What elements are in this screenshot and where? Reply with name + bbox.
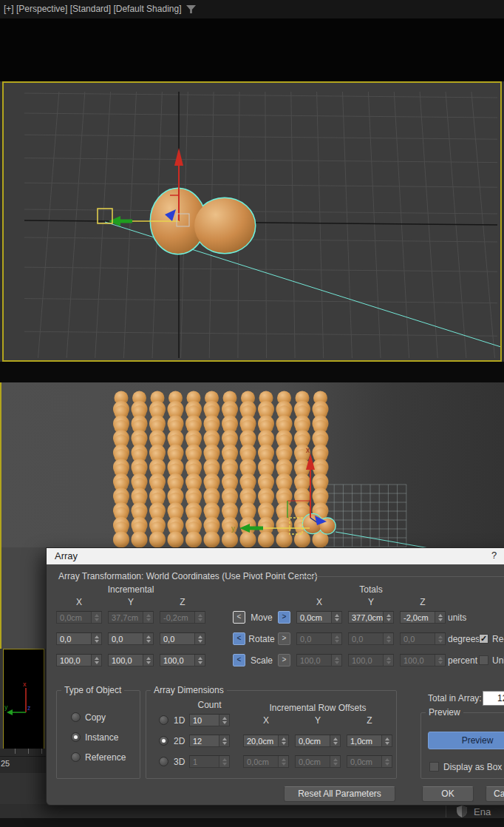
rotate-label: Rotate bbox=[247, 634, 276, 644]
status-bar: Ena bbox=[0, 804, 504, 827]
field-spinner[interactable] bbox=[330, 756, 340, 767]
field-spinner[interactable] bbox=[435, 633, 445, 644]
field-spinner[interactable] bbox=[383, 633, 393, 644]
viewport-label[interactable]: [+] [Perspective] [Standard] [Default Sh… bbox=[4, 4, 181, 14]
tot-rotate-x-field: 0,0 bbox=[296, 632, 342, 645]
2d-label[interactable]: 2D bbox=[174, 736, 185, 746]
scale-totals-toggle[interactable]: > bbox=[278, 654, 290, 666]
help-icon[interactable]: ? bbox=[491, 550, 497, 561]
3d-label[interactable]: 3D bbox=[174, 757, 185, 767]
field-spinner[interactable] bbox=[91, 612, 101, 623]
incr-rotate-z-field[interactable]: 0,0 bbox=[160, 632, 205, 645]
display-as-box-label: Display as Box bbox=[443, 762, 502, 772]
status-separator bbox=[446, 806, 446, 817]
total-in-array-label: Total in Array: bbox=[428, 693, 482, 703]
reset-all-parameters-button[interactable]: Reset All Parameters bbox=[284, 786, 395, 802]
display-as-box-checkbox[interactable]: ✓ bbox=[429, 762, 439, 772]
rotate-incremental-toggle[interactable]: < bbox=[233, 632, 245, 645]
field-spinner[interactable] bbox=[143, 612, 153, 623]
radio-copy[interactable] bbox=[71, 712, 81, 722]
reference-label[interactable]: Reference bbox=[85, 752, 126, 763]
field-spinner[interactable] bbox=[435, 612, 445, 623]
field-spinner[interactable] bbox=[383, 655, 393, 666]
dialog-titlebar[interactable]: Array ? bbox=[47, 548, 504, 564]
field-spinner[interactable] bbox=[330, 735, 340, 746]
perspective-viewport[interactable] bbox=[2, 81, 502, 362]
field-spinner[interactable] bbox=[219, 735, 229, 746]
radio-instance[interactable] bbox=[71, 732, 81, 742]
tripod-z-label: z bbox=[27, 704, 31, 712]
uniform-checkbox[interactable]: ✓ bbox=[479, 655, 488, 665]
field-spinner[interactable] bbox=[91, 633, 101, 644]
field-spinner[interactable] bbox=[331, 633, 341, 644]
status-partial-text: Ena bbox=[474, 806, 491, 817]
filter-icon[interactable] bbox=[186, 5, 197, 14]
grid bbox=[24, 92, 497, 360]
totals-label: Totals bbox=[296, 584, 446, 595]
incr-scale-x-field[interactable]: 100,0 bbox=[56, 654, 102, 666]
timeline-tick bbox=[28, 749, 29, 754]
radio-reference[interactable] bbox=[71, 752, 81, 762]
move-incremental-toggle[interactable]: < bbox=[233, 611, 245, 624]
field-spinner[interactable] bbox=[383, 612, 393, 623]
incr-scale-y-field[interactable]: 100,0 bbox=[108, 654, 154, 666]
tot-move-z-field[interactable]: -2,0cm bbox=[400, 611, 446, 624]
tot-move-y-field[interactable]: 377,0cm bbox=[348, 611, 394, 624]
instance-label[interactable]: Instance bbox=[85, 732, 118, 743]
field-spinner[interactable] bbox=[381, 756, 392, 767]
shield-icon[interactable] bbox=[455, 805, 469, 818]
count-1d-field[interactable]: 10 bbox=[189, 714, 230, 726]
offset-col-y: Y bbox=[295, 715, 341, 726]
field-spinner[interactable] bbox=[278, 756, 288, 767]
timeline-tick bbox=[41, 749, 42, 754]
timeline-ruler[interactable]: 25 bbox=[0, 749, 46, 773]
field-spinner[interactable] bbox=[381, 735, 392, 746]
offset-2d-y-field[interactable]: 0,0cm bbox=[295, 735, 341, 747]
radio-1d[interactable] bbox=[159, 715, 168, 725]
reorient-checkbox[interactable]: ✓ bbox=[479, 634, 488, 644]
tot-rotate-y-field: 0,0 bbox=[348, 632, 394, 645]
field-spinner[interactable] bbox=[91, 655, 101, 666]
tot-col-y: Y bbox=[348, 597, 394, 607]
tot-move-x-field[interactable]: 0,0cm bbox=[296, 611, 342, 624]
radio-3d[interactable] bbox=[159, 757, 168, 766]
field-spinner[interactable] bbox=[194, 633, 205, 644]
offset-2d-x-field[interactable]: 20,0cm bbox=[243, 735, 289, 747]
field-spinner[interactable] bbox=[331, 655, 341, 666]
copy-label[interactable]: Copy bbox=[85, 712, 106, 723]
incremental-label: Incremental bbox=[56, 584, 205, 595]
field-spinner[interactable] bbox=[331, 612, 341, 623]
viewport-left-strip bbox=[0, 547, 46, 649]
count-2d-field[interactable]: 12 bbox=[189, 735, 230, 747]
ok-button[interactable]: OK bbox=[422, 786, 474, 802]
field-spinner[interactable] bbox=[194, 655, 205, 666]
incr-col-y: Y bbox=[108, 597, 154, 607]
side-viewport[interactable]: x y z bbox=[3, 649, 44, 749]
incr-rotate-y-field[interactable]: 0,0 bbox=[108, 632, 154, 645]
rotate-totals-toggle[interactable]: > bbox=[278, 632, 290, 645]
scale-incremental-toggle[interactable]: < bbox=[233, 654, 245, 666]
1d-label[interactable]: 1D bbox=[174, 715, 185, 726]
cancel-button[interactable]: Cancel bbox=[486, 786, 504, 802]
field-spinner[interactable] bbox=[219, 715, 229, 726]
incr-rotate-x-field[interactable]: 0,0 bbox=[56, 632, 102, 645]
selection-line bbox=[336, 532, 504, 547]
empty-strip-top bbox=[0, 18, 504, 81]
move-totals-toggle[interactable]: > bbox=[278, 611, 290, 624]
field-spinner[interactable] bbox=[278, 735, 288, 746]
tot-scale-z-field: 100,0 bbox=[400, 654, 446, 666]
top-viewport[interactable]: x y bbox=[0, 382, 504, 547]
preview-button[interactable]: Preview bbox=[428, 732, 504, 749]
field-spinner[interactable] bbox=[219, 756, 229, 767]
field-spinner[interactable] bbox=[194, 612, 205, 623]
incr-scale-z-field[interactable]: 100,0 bbox=[160, 654, 205, 666]
viewport-header-bar: [+] [Perspective] [Standard] [Default Sh… bbox=[0, 0, 504, 18]
field-spinner[interactable] bbox=[143, 633, 153, 644]
radio-2d[interactable] bbox=[159, 736, 168, 746]
field-spinner[interactable] bbox=[435, 655, 445, 666]
field-spinner[interactable] bbox=[143, 655, 153, 666]
empty-strip-mid bbox=[0, 362, 504, 382]
move-unit-label: units bbox=[448, 612, 466, 623]
incr-move-y-field: 37,7cm bbox=[108, 611, 154, 624]
offset-2d-z-field[interactable]: 1,0cm bbox=[347, 735, 392, 747]
